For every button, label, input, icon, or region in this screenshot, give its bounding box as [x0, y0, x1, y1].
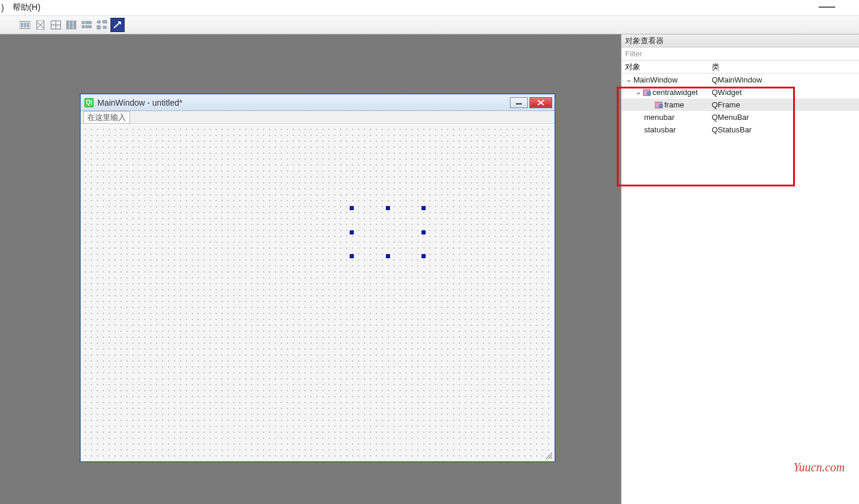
svg-rect-1 — [21, 23, 23, 27]
layout-hbox-button[interactable] — [18, 18, 32, 32]
object-class: QStatusBar — [711, 125, 859, 134]
column-header-class[interactable]: 类 — [711, 61, 859, 73]
svg-rect-26 — [103, 26, 106, 28]
column-header-object[interactable]: 对象 — [622, 61, 711, 73]
svg-rect-18 — [74, 27, 76, 29]
svg-rect-14 — [70, 24, 72, 26]
layout-splitter-h-button[interactable] — [49, 18, 63, 32]
minimize-button[interactable] — [510, 97, 528, 108]
tree-row-MainWindow[interactable]: ⌄MainWindowQMainWindow — [622, 74, 859, 86]
svg-rect-3 — [27, 23, 29, 27]
svg-rect-12 — [74, 21, 76, 23]
design-canvas[interactable]: Qt MainWindow - untitled* 在这里输入 — [0, 34, 621, 504]
svg-rect-31 — [660, 104, 663, 107]
svg-rect-22 — [85, 26, 91, 28]
form-client-area[interactable] — [81, 125, 554, 461]
resize-handle-ne[interactable] — [421, 206, 426, 210]
svg-rect-17 — [70, 27, 72, 29]
object-inspector-panel: 对象查看器 对象 类 ⌄MainWindowQMainWindow⌄centra… — [621, 34, 859, 504]
selected-frame-widget[interactable] — [350, 206, 426, 258]
form-menubar[interactable]: 在这里输入 — [81, 111, 554, 124]
menu-help[interactable]: 帮助(H) — [12, 2, 40, 13]
object-inspector-title: 对象查看器 — [622, 34, 859, 47]
widget-icon — [655, 102, 663, 109]
adjust-size-button[interactable] — [110, 18, 125, 32]
svg-rect-2 — [24, 23, 26, 27]
layout-vbox-button[interactable] — [33, 18, 47, 32]
object-class: QMainWindow — [711, 75, 859, 84]
tree-row-centralwidget[interactable]: ⌄centralwidgetQWidget — [622, 86, 859, 99]
svg-rect-10 — [66, 21, 69, 23]
form-window[interactable]: Qt MainWindow - untitled* 在这里输入 — [80, 94, 555, 462]
layout-grid-button[interactable] — [64, 18, 78, 32]
svg-rect-21 — [82, 26, 84, 28]
form-title: MainWindow - untitled* — [97, 98, 506, 107]
form-titlebar: Qt MainWindow - untitled* — [81, 94, 554, 111]
form-resize-grip[interactable] — [544, 451, 552, 459]
widget-icon — [643, 89, 651, 96]
svg-rect-24 — [103, 20, 107, 23]
svg-rect-15 — [74, 24, 76, 26]
layout-toolbar — [0, 15, 859, 34]
expand-toggle[interactable]: ⌄ — [635, 87, 642, 96]
object-name: centralwidget — [652, 88, 698, 97]
resize-handle-s[interactable] — [386, 254, 390, 258]
break-layout-button[interactable] — [95, 18, 109, 32]
resize-handle-n[interactable] — [386, 206, 390, 210]
object-class: QFrame — [711, 100, 859, 109]
svg-rect-20 — [85, 21, 91, 24]
expand-toggle[interactable]: ⌄ — [625, 75, 632, 84]
object-name: statusbar — [644, 125, 676, 134]
object-class: QWidget — [711, 88, 859, 97]
close-button[interactable] — [530, 97, 552, 108]
tree-row-frame[interactable]: frameQFrame — [622, 99, 859, 111]
tree-row-menubar[interactable]: menubarQMenuBar — [622, 111, 859, 123]
svg-rect-25 — [97, 26, 100, 29]
watermark-text: Yuucn.com — [794, 461, 845, 474]
object-name: MainWindow — [633, 75, 677, 84]
svg-rect-11 — [70, 21, 72, 23]
svg-rect-23 — [97, 21, 100, 23]
svg-rect-16 — [66, 27, 69, 29]
resize-handle-nw[interactable] — [350, 206, 354, 210]
tree-row-statusbar[interactable]: statusbarQStatusBar — [622, 123, 859, 136]
svg-rect-13 — [66, 24, 69, 26]
menubar-partial-item[interactable]: ) — [1, 3, 4, 12]
main-area: Qt MainWindow - untitled* 在这里输入 — [0, 34, 859, 504]
object-name: frame — [664, 100, 684, 109]
object-filter-input[interactable] — [622, 47, 859, 61]
svg-rect-19 — [82, 21, 84, 24]
app-minimize-icon[interactable] — [819, 5, 835, 9]
resize-handle-w[interactable] — [350, 230, 354, 234]
object-tree-header: 对象 类 — [622, 61, 859, 74]
resize-handle-e[interactable] — [421, 230, 426, 234]
layout-form-button[interactable] — [80, 18, 94, 32]
qt-logo-icon: Qt — [84, 98, 94, 107]
object-name: menubar — [644, 113, 674, 122]
object-class: QMenuBar — [711, 113, 859, 122]
resize-handle-se[interactable] — [421, 254, 426, 258]
resize-handle-sw[interactable] — [350, 254, 354, 258]
object-tree[interactable]: 对象 类 ⌄MainWindowQMainWindow⌄centralwidge… — [622, 61, 859, 504]
svg-rect-29 — [648, 92, 651, 95]
app-menubar-fragment: ) 帮助(H) — [0, 0, 859, 15]
menu-placeholder-input[interactable]: 在这里输入 — [83, 111, 130, 124]
